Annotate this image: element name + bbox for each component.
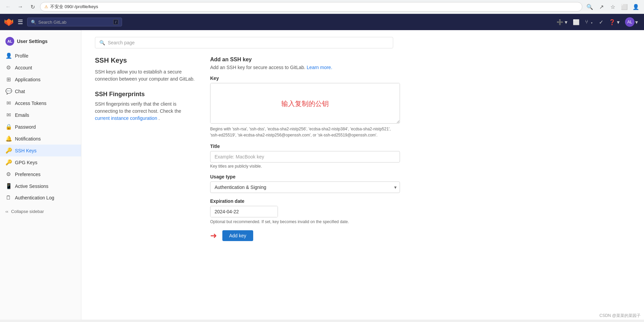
right-column: Add an SSH key Add an SSH key for secure… xyxy=(210,57,400,241)
search-placeholder: Search GitLab xyxy=(38,20,66,25)
learn-more-link[interactable]: Learn more. xyxy=(307,65,332,70)
add-key-button[interactable]: Add key xyxy=(222,230,253,241)
expiration-label: Expiration date xyxy=(210,198,400,204)
sidebar-item-auth-log[interactable]: 🗒 Authentication Log xyxy=(0,192,81,203)
split-button[interactable]: ⬜ xyxy=(620,2,629,12)
title-hint: Key titles are publicly visible. xyxy=(210,164,400,169)
sidebar: AL User Settings 👤 Profile ⚙ Account ⊞ A… xyxy=(0,30,81,320)
help-button[interactable]: ❓ ▾ xyxy=(607,17,622,27)
chat-icon: 💬 xyxy=(5,88,12,94)
sidebar-label-access-tokens: Access Tokens xyxy=(15,101,46,106)
sidebar-title: User Settings xyxy=(17,39,47,44)
sidebar-label-account: Account xyxy=(15,65,32,70)
collapse-sidebar[interactable]: ‹‹ Collapse sidebar xyxy=(0,206,81,217)
forward-button[interactable]: → xyxy=(16,2,25,12)
slash-badge: / xyxy=(113,19,118,25)
sidebar-label-active-sessions: Active Sessions xyxy=(15,184,48,189)
fingerprints-desc-part1: SSH fingerprints verify that the client … xyxy=(95,101,181,114)
browser-toolbar: ← → ↻ ⚠ 不安全 090/-/profile/keys 🔍 ↗ ☆ ⬜ 👤 xyxy=(0,0,644,14)
key-label: Key xyxy=(210,76,400,81)
notifications-icon: 🔔 xyxy=(5,135,12,142)
add-ssh-key-subtitle: Add an SSH key for secure access to GitL… xyxy=(210,65,400,70)
search-page-placeholder: Search page xyxy=(108,40,135,45)
url-text: 不安全 090/-/profile/keys xyxy=(50,4,578,10)
sidebar-label-notifications: Notifications xyxy=(15,136,41,142)
left-column: SSH Keys SSH keys allow you to establish… xyxy=(95,57,197,241)
topnav-icons: ➕ ▾ ⬜ ⑂ ▾ ✓ ❓ ▾ AL ▾ xyxy=(555,15,640,29)
reload-button[interactable]: ↻ xyxy=(28,2,37,12)
sidebar-avatar: AL xyxy=(5,37,14,46)
usage-type-form-group: Usage type Authentication & Signing Auth… xyxy=(210,174,400,193)
sidebar-label-password: Password xyxy=(15,124,36,130)
address-bar: ⚠ 不安全 090/-/profile/keys xyxy=(40,2,582,12)
sidebar-label-chat: Chat xyxy=(15,89,25,94)
search-icon: 🔍 xyxy=(31,20,36,25)
sidebar-item-gpg-keys[interactable]: 🔑 GPG Keys xyxy=(0,156,81,168)
browser-chrome: ← → ↻ ⚠ 不安全 090/-/profile/keys 🔍 ↗ ☆ ⬜ 👤 xyxy=(0,0,644,14)
sidebar-label-preferences: Preferences xyxy=(15,172,40,177)
fingerprints-desc-part2: . xyxy=(159,115,160,121)
ssh-keys-icon: 🔑 xyxy=(5,147,12,154)
sidebar-item-account[interactable]: ⚙ Account xyxy=(0,62,81,73)
sidebar-item-profile[interactable]: 👤 Profile xyxy=(0,50,81,62)
sidebar-item-ssh-keys[interactable]: 🔑 SSH Keys xyxy=(0,145,81,156)
expiration-hint: Optional but recommended. If set, key be… xyxy=(210,219,400,225)
key-form-group: Key 输入复制的公钥 Begins with 'ssh-rsa', 'ssh-… xyxy=(210,76,400,138)
sidebar-header: AL User Settings xyxy=(0,34,81,50)
gitlab-logo xyxy=(4,17,14,27)
auth-log-icon: 🗒 xyxy=(5,195,12,201)
create-button[interactable]: ➕ ▾ xyxy=(555,17,569,27)
title-input[interactable] xyxy=(210,151,400,163)
hamburger-button[interactable]: ☰ xyxy=(16,17,24,27)
account-icon: ⚙ xyxy=(5,64,12,71)
sidebar-item-access-tokens[interactable]: ✉ Access Tokens xyxy=(0,97,81,109)
title-label: Title xyxy=(210,144,400,149)
todos-button[interactable]: ✓ xyxy=(597,17,605,27)
browser-actions: 🔍 ↗ ☆ ⬜ 👤 xyxy=(585,2,641,12)
date-input-wrapper: ✕ 📅 xyxy=(210,206,278,217)
extensions-button[interactable]: 🔍 xyxy=(585,2,595,12)
bookmark-button[interactable]: ☆ xyxy=(608,2,618,12)
collapse-icon: ‹‹ xyxy=(5,209,8,214)
sidebar-label-auth-log: Authentication Log xyxy=(15,195,54,200)
expiration-form-group: Expiration date ✕ 📅 Optional but recomme… xyxy=(210,198,400,225)
search-bar[interactable]: 🔍 Search GitLab / xyxy=(27,18,122,26)
usage-type-label: Usage type xyxy=(210,174,400,179)
sidebar-item-password[interactable]: 🔒 Password xyxy=(0,121,81,133)
sidebar-label-profile: Profile xyxy=(15,53,28,59)
sidebar-label-gpg-keys: GPG Keys xyxy=(15,160,37,165)
sidebar-item-applications[interactable]: ⊞ Applications xyxy=(0,73,81,85)
sidebar-label-ssh-keys: SSH Keys xyxy=(15,148,37,153)
search-page-bar[interactable]: 🔍 Search page xyxy=(95,37,393,48)
user-avatar: AL xyxy=(625,17,635,27)
search-page-icon: 🔍 xyxy=(99,40,105,45)
sidebar-item-preferences[interactable]: ⚙ Preferences xyxy=(0,168,81,180)
security-warning-icon: ⚠ xyxy=(44,4,48,9)
key-hint: Begins with 'ssh-rsa', 'ssh-dss', 'ecdsa… xyxy=(210,126,400,138)
sidebar-label-emails: Emails xyxy=(15,112,29,118)
sidebar-item-chat[interactable]: 💬 Chat xyxy=(0,85,81,97)
main-container: AL User Settings 👤 Profile ⚙ Account ⊞ A… xyxy=(0,30,644,320)
user-menu-button[interactable]: AL ▾ xyxy=(623,15,640,29)
usage-type-select-wrapper: Authentication & Signing Authentication … xyxy=(210,181,400,193)
ssh-keys-heading: SSH Keys xyxy=(95,57,197,64)
date-input[interactable] xyxy=(210,206,278,217)
share-button[interactable]: ↗ xyxy=(597,2,606,12)
sidebar-item-emails[interactable]: ✉ Emails xyxy=(0,109,81,121)
password-icon: 🔒 xyxy=(5,124,12,130)
sidebar-item-active-sessions[interactable]: 📱 Active Sessions xyxy=(0,180,81,192)
gpg-keys-icon: 🔑 xyxy=(5,159,12,166)
access-tokens-icon: ✉ xyxy=(5,100,12,106)
active-sessions-icon: 📱 xyxy=(5,183,12,189)
merge-requests-button[interactable]: ⑂ ▾ xyxy=(583,17,595,27)
preferences-icon: ⚙ xyxy=(5,171,12,177)
profile-button[interactable]: 👤 xyxy=(631,2,641,12)
usage-type-select[interactable]: Authentication & Signing Authentication … xyxy=(210,181,400,193)
applications-icon: ⊞ xyxy=(5,76,12,83)
back-button[interactable]: ← xyxy=(3,2,13,12)
current-instance-config-link[interactable]: current instance configuration xyxy=(95,115,159,121)
watermark: CSDN @菜菜的菜园子 xyxy=(599,313,641,319)
sidebar-item-notifications[interactable]: 🔔 Notifications xyxy=(0,133,81,145)
key-textarea[interactable]: 输入复制的公钥 xyxy=(210,83,400,124)
issues-button[interactable]: ⬜ xyxy=(571,17,582,27)
